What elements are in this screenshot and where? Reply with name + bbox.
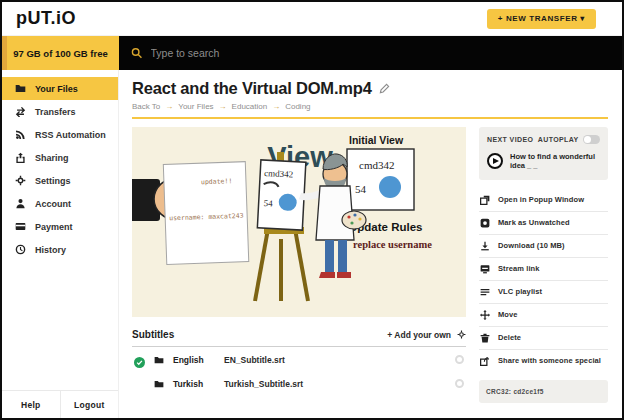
paper-update-text: update!! [201, 177, 233, 186]
canvas-value: 54 [263, 198, 273, 208]
subtitle-file-icon [154, 355, 164, 365]
sidebar-item-label: Your Files [35, 84, 78, 94]
stream-icon [480, 264, 490, 274]
sidebar-item-account[interactable]: Account [2, 192, 118, 215]
artwork-initial-view-label: Initial View [349, 134, 404, 146]
history-icon [15, 244, 26, 255]
move-icon [480, 310, 490, 320]
subtitles-section: Subtitles + Add your own English [132, 329, 466, 395]
video-thumbnail[interactable]: View Initial View cmd342 54 Update Rules… [132, 127, 466, 317]
logout-button[interactable]: Logout [61, 391, 119, 418]
subtitles-settings-icon[interactable] [457, 330, 466, 339]
play-icon[interactable] [487, 153, 503, 169]
help-button[interactable]: Help [2, 391, 61, 418]
action-menu: Open in Popup Window Mark as Unwatched D… [479, 189, 608, 372]
person-icon [15, 198, 26, 209]
subtitle-language: Turkish [173, 379, 215, 389]
page-title: React and the Virtual DOM.mp4 [132, 79, 372, 98]
sidebar-item-label: Payment [35, 222, 73, 232]
gear-icon [15, 175, 26, 186]
video-artwork: View Initial View cmd342 54 Update Rules… [132, 127, 466, 317]
sidebar-item-label: RSS Automation [35, 130, 106, 140]
search-input[interactable] [151, 47, 610, 59]
sidebar-item-payment[interactable]: Payment [2, 215, 118, 238]
autoplay-label: AUTOPLAY [538, 136, 579, 143]
sidebar-item-rss-automation[interactable]: RSS Automation [2, 123, 118, 146]
breadcrumb-coding[interactable]: Coding [285, 102, 310, 111]
edit-pencil-icon[interactable] [379, 83, 390, 94]
transfers-icon [15, 106, 26, 117]
paper-note: update!! username: maxcat243 [163, 162, 248, 265]
action-vlc-playlist[interactable]: VLC playlist [479, 281, 608, 304]
action-share[interactable]: Share with someone special [479, 350, 608, 372]
playlist-icon [480, 287, 490, 297]
sharing-icon [15, 152, 26, 163]
action-label: VLC playlist [498, 287, 542, 296]
file-actions-panel: NEXT VIDEO AUTOPLAY How to find a wonder… [479, 127, 608, 403]
search-row: 97 GB of 100 GB free [2, 36, 622, 70]
sidebar-item-label: Settings [35, 176, 71, 186]
unselected-slot [134, 378, 145, 389]
app-body: Your Files Transfers RSS Automation Shar… [2, 70, 622, 418]
next-video-label: NEXT VIDEO [487, 136, 533, 143]
left-sidebar: Your Files Transfers RSS Automation Shar… [2, 70, 119, 418]
autoplay-toggle[interactable] [583, 135, 600, 144]
breadcrumb: Back To → Your Files → Education → Codin… [132, 102, 608, 111]
action-open-popup[interactable]: Open in Popup Window [479, 189, 608, 212]
subtitle-row-turkish[interactable]: Turkish Turkish_Subtitle.srt [132, 371, 466, 395]
easel-legs [255, 229, 308, 301]
action-delete[interactable]: Delete [479, 327, 608, 350]
top-header: pUT.iO + NEW TRANSFER ▾ [2, 2, 622, 36]
main-content: React and the Virtual DOM.mp4 Back To → … [119, 70, 622, 418]
breadcrumb-arrow-icon: → [219, 102, 227, 111]
subtitles-title: Subtitles [132, 329, 174, 340]
video-column: View Initial View cmd342 54 Update Rules… [132, 127, 466, 403]
action-label: Share with someone special [498, 356, 601, 365]
share-icon [480, 356, 490, 366]
breadcrumb-your-files[interactable]: Your Files [178, 102, 213, 111]
next-video-title: How to find a wonderful idea _ _ [510, 152, 600, 171]
action-label: Delete [498, 333, 521, 342]
subtitle-row-english[interactable]: English EN_Subtitle.srt [132, 347, 466, 371]
subtitle-option-icon[interactable] [455, 379, 464, 388]
sidebar-item-your-files[interactable]: Your Files [2, 77, 118, 100]
sidebar-item-label: Account [35, 199, 71, 209]
popup-window-icon [480, 195, 490, 205]
sidebar-footer: Help Logout [2, 390, 118, 418]
sidebar-item-sharing[interactable]: Sharing [2, 146, 118, 169]
action-stream-link[interactable]: Stream link [479, 258, 608, 281]
breadcrumb-arrow-icon: → [272, 102, 280, 111]
subtitles-header: Subtitles + Add your own [132, 329, 466, 347]
storage-badge: 97 GB of 100 GB free [2, 36, 119, 70]
sidebar-item-label: Transfers [35, 107, 76, 117]
putio-app-window: pUT.iO + NEW TRANSFER ▾ 97 GB of 100 GB … [0, 0, 624, 420]
sidebar-item-label: Sharing [35, 153, 69, 163]
breadcrumb-arrow-icon: → [165, 102, 173, 111]
sidebar-item-settings[interactable]: Settings [2, 169, 118, 192]
breadcrumb-education[interactable]: Education [232, 102, 268, 111]
action-label: Download (10 MB) [498, 241, 565, 250]
card-icon [15, 221, 26, 232]
sidebar-item-transfers[interactable]: Transfers [2, 100, 118, 123]
action-label: Open in Popup Window [498, 195, 584, 204]
action-move[interactable]: Move [479, 304, 608, 327]
putio-logo[interactable]: pUT.iO [16, 8, 76, 29]
action-label: Mark as Unwatched [498, 218, 570, 227]
trash-icon [480, 333, 490, 343]
breadcrumb-back-to[interactable]: Back To [132, 102, 160, 111]
action-mark-unwatched[interactable]: Mark as Unwatched [479, 212, 608, 235]
next-video-box: NEXT VIDEO AUTOPLAY How to find a wonder… [479, 127, 608, 180]
subtitle-filename: EN_Subtitle.srt [224, 355, 285, 365]
subtitle-option-icon[interactable] [455, 355, 464, 364]
new-transfer-button[interactable]: + NEW TRANSFER ▾ [487, 9, 596, 29]
add-your-own-button[interactable]: + Add your own [387, 330, 451, 340]
replace-rule-label: replace username [353, 239, 432, 250]
action-download[interactable]: Download (10 MB) [479, 235, 608, 258]
subtitle-file-icon [154, 379, 164, 389]
yellow-divider [132, 117, 608, 119]
canvas-cmd: cmd342 [264, 168, 293, 180]
sidebar-item-history[interactable]: History [2, 238, 118, 261]
easel-canvas: cmd342 54 [257, 160, 305, 230]
next-video-item[interactable]: How to find a wonderful idea _ _ [487, 152, 600, 171]
search-bar[interactable] [119, 36, 622, 70]
